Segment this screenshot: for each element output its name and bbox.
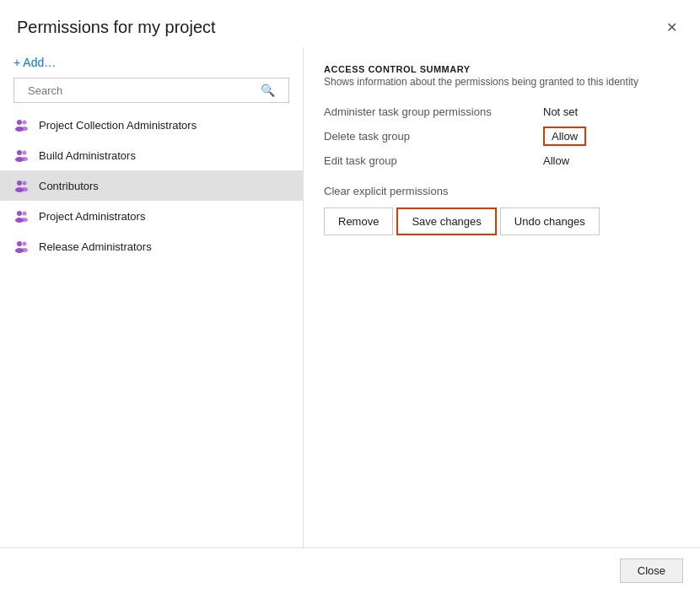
identity-item-project-admins[interactable]: Project Administrators: [0, 201, 303, 231]
identity-label: Project Administrators: [39, 210, 145, 223]
permission-name: Administer task group permissions: [324, 101, 543, 122]
group-icon: [13, 147, 30, 164]
identity-label: Build Administrators: [39, 149, 136, 162]
permission-row: Administer task group permissionsNot set: [324, 101, 680, 122]
permission-name: Edit task group: [324, 150, 543, 171]
svg-point-16: [17, 241, 22, 246]
permission-row: Delete task groupAllow: [324, 122, 680, 150]
svg-point-0: [17, 120, 22, 125]
undo-changes-button[interactable]: Undo changes: [500, 208, 600, 235]
search-icon: 🔍: [261, 84, 275, 97]
identity-item-build-admins[interactable]: Build Administrators: [0, 140, 303, 170]
identity-label: Contributors: [39, 180, 99, 192]
permission-value: Not set: [543, 101, 680, 122]
search-input[interactable]: [28, 84, 261, 97]
svg-point-8: [17, 181, 22, 186]
identity-item-contributors[interactable]: Contributors: [0, 170, 303, 201]
permission-value: Allow: [543, 150, 680, 171]
acs-subtitle: Shows information about the permissions …: [324, 76, 680, 88]
remove-button[interactable]: Remove: [324, 208, 393, 235]
group-icon: [13, 208, 30, 224]
svg-point-5: [23, 151, 27, 155]
svg-point-15: [21, 218, 28, 222]
identity-item-project-collection-admins[interactable]: Project Collection Administrators: [0, 110, 303, 140]
search-container: 🔍: [13, 78, 289, 103]
svg-point-17: [23, 242, 27, 246]
permission-name: Delete task group: [324, 122, 543, 150]
svg-point-9: [23, 181, 27, 186]
right-panel: ACCESS CONTROL SUMMARY Shows information…: [304, 47, 700, 547]
permissions-dialog: Permissions for my project ✕ + Add… 🔍 Pr…: [0, 0, 700, 593]
svg-point-3: [21, 127, 28, 131]
add-button[interactable]: + Add…: [0, 47, 303, 78]
svg-point-7: [21, 157, 28, 161]
group-icon: [13, 177, 30, 194]
identity-label: Project Collection Administrators: [39, 119, 197, 132]
dialog-body: + Add… 🔍 Project Collection Administrato…: [0, 47, 700, 547]
group-icon: [13, 116, 30, 133]
svg-point-13: [23, 212, 27, 216]
identity-item-release-admins[interactable]: Release Administrators: [0, 231, 303, 261]
save-changes-button[interactable]: Save changes: [396, 208, 496, 235]
permissions-table: Administer task group permissionsNot set…: [324, 101, 680, 171]
acs-title: ACCESS CONTROL SUMMARY: [324, 64, 680, 74]
dialog-header: Permissions for my project ✕: [0, 0, 700, 47]
svg-point-11: [21, 187, 28, 191]
close-dialog-button[interactable]: Close: [620, 558, 683, 583]
svg-point-19: [21, 248, 28, 252]
svg-point-12: [17, 211, 22, 216]
group-icon: [13, 238, 30, 255]
dialog-title: Permissions for my project: [17, 18, 216, 37]
dialog-close-button[interactable]: ✕: [660, 15, 683, 39]
left-panel: + Add… 🔍 Project Collection Administrato…: [0, 47, 304, 547]
svg-point-4: [17, 150, 22, 155]
permission-value[interactable]: Allow: [543, 122, 680, 150]
dialog-footer: Close: [0, 547, 700, 593]
svg-point-1: [23, 121, 27, 125]
permission-row: Edit task groupAllow: [324, 150, 680, 171]
action-buttons: Remove Save changes Undo changes: [324, 208, 680, 235]
clear-explicit-permissions[interactable]: Clear explicit permissions: [324, 185, 680, 197]
identity-list: Project Collection Administrators Build …: [0, 110, 303, 547]
identity-label: Release Administrators: [39, 240, 152, 253]
